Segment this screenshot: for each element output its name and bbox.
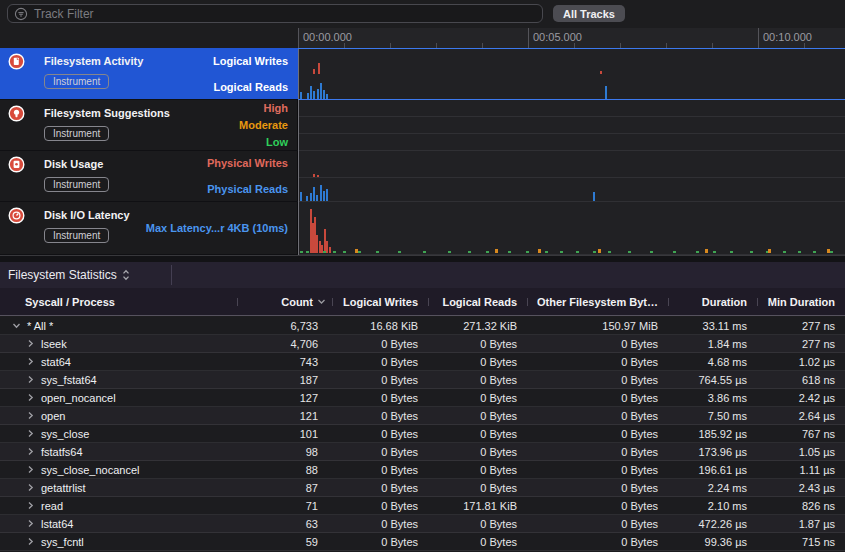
column-header-2[interactable]: Logical Writes <box>332 296 428 308</box>
table-row[interactable]: sys_fcntl590 Bytes0 Bytes0 Bytes99.36 µs… <box>0 533 845 551</box>
syscall-cell: lseek <box>0 338 237 350</box>
timeline-origin-line <box>298 48 299 255</box>
detail-toolbar: Filesystem Statistics <box>0 262 845 288</box>
logical-writes-cell: 0 Bytes <box>332 536 428 548</box>
track-filter-input[interactable]: Track Filter <box>7 4 543 23</box>
table-row[interactable]: stat647430 Bytes0 Bytes0 Bytes4.68 ms1.0… <box>0 353 845 371</box>
disclosure-right-icon[interactable] <box>26 339 35 348</box>
duration-cell: 173.96 µs <box>668 446 757 458</box>
disclosure-right-icon[interactable] <box>26 429 35 438</box>
disclosure-right-icon[interactable] <box>26 375 35 384</box>
chart-gridline <box>298 116 845 117</box>
disclosure-right-icon[interactable] <box>26 519 35 528</box>
column-header-label: Logical Reads <box>442 296 517 308</box>
all-tracks-button[interactable]: All Tracks <box>553 5 625 22</box>
min-duration-cell: 1.87 µs <box>757 518 845 530</box>
track-stat-label: Logical Writes <box>213 55 288 68</box>
track-row-2[interactable]: Disk UsageInstrumentPhysical WritesPhysi… <box>0 151 298 202</box>
track-stat-labels: HighModerateLow <box>239 100 288 151</box>
table-row[interactable]: sys_fstat641870 Bytes0 Bytes0 Bytes764.5… <box>0 371 845 389</box>
pane-divider[interactable] <box>0 255 845 262</box>
other-cell: 0 Bytes <box>527 338 668 350</box>
other-cell: 0 Bytes <box>527 500 668 512</box>
syscall-name: * All * <box>27 320 53 332</box>
chart-spike <box>323 191 325 201</box>
track-filter-placeholder: Track Filter <box>34 7 94 21</box>
table-row[interactable]: sys_close_nocancel880 Bytes0 Bytes0 Byte… <box>0 461 845 479</box>
table-row[interactable]: lseek4,7060 Bytes0 Bytes0 Bytes1.84 ms27… <box>0 335 845 353</box>
track-row-1[interactable]: Filesystem SuggestionsInstrumentHighMode… <box>0 100 298 151</box>
syscall-cell: open_nocancel <box>0 392 237 404</box>
count-cell: 71 <box>237 500 332 512</box>
chart-spike <box>783 251 786 253</box>
table-row[interactable]: getattrlist870 Bytes0 Bytes0 Bytes2.24 m… <box>0 479 845 497</box>
column-header-label: Syscall / Process <box>25 296 115 308</box>
column-header-label: Logical Writes <box>343 296 418 308</box>
table-row[interactable]: fstatfs64980 Bytes0 Bytes0 Bytes173.96 µ… <box>0 443 845 461</box>
syscall-cell: sys_fstat64 <box>0 374 237 386</box>
chart-spike <box>323 251 326 253</box>
column-header-4[interactable]: Other Filesystem Byt… <box>527 296 668 308</box>
duration-cell: 196.61 µs <box>668 464 757 476</box>
syscall-name: open_nocancel <box>41 392 116 404</box>
table-row[interactable]: read710 Bytes171.81 KiB0 Bytes2.10 ms826… <box>0 497 845 515</box>
disclosure-down-icon[interactable] <box>12 321 21 330</box>
min-duration-cell: 826 ns <box>757 500 845 512</box>
disclosure-right-icon[interactable] <box>26 501 35 510</box>
disclosure-right-icon[interactable] <box>26 411 35 420</box>
syscall-name: getattrlist <box>41 482 86 494</box>
disclosure-right-icon[interactable] <box>26 447 35 456</box>
table-row[interactable]: lstat64630 Bytes0 Bytes0 Bytes472.26 µs1… <box>0 515 845 533</box>
table-row[interactable]: sys_close1010 Bytes0 Bytes0 Bytes185.92 … <box>0 425 845 443</box>
chart-spike <box>316 195 318 201</box>
syscall-name: sys_close_nocancel <box>41 464 139 476</box>
duration-cell: 33.11 ms <box>668 320 757 332</box>
timeline-ruler[interactable]: 00:00.00000:05.00000:10.000 <box>298 28 845 48</box>
disclosure-right-icon[interactable] <box>26 537 35 546</box>
chart-spike <box>448 251 451 253</box>
column-header-0[interactable]: Syscall / Process <box>0 296 237 308</box>
chart-spike <box>310 193 312 201</box>
logical-reads-cell: 0 Bytes <box>428 464 527 476</box>
disclosure-right-icon[interactable] <box>26 357 35 366</box>
ruler-time-label: 00:10.000 <box>763 31 812 43</box>
count-cell: 98 <box>237 446 332 458</box>
chart-spike <box>628 251 631 253</box>
table-row[interactable]: open_nocancel1270 Bytes0 Bytes0 Bytes3.8… <box>0 389 845 407</box>
chart-row-2[interactable] <box>298 151 845 202</box>
track-stat-label: High <box>264 102 288 115</box>
chart-row-1[interactable] <box>298 100 845 151</box>
column-header-6[interactable]: Min Duration <box>757 296 845 308</box>
chart-spike <box>598 249 601 253</box>
column-header-label: Count <box>281 296 313 308</box>
disclosure-right-icon[interactable] <box>26 483 35 492</box>
min-duration-cell: 277 ns <box>757 320 845 332</box>
chart-row-3[interactable] <box>298 202 845 255</box>
table-row[interactable]: * All *6,73316.68 KiB271.32 KiB150.97 Mi… <box>0 317 845 335</box>
logical-writes-cell: 0 Bytes <box>332 356 428 368</box>
column-header-1[interactable]: Count <box>237 296 332 308</box>
chart-row-0[interactable] <box>298 48 845 100</box>
table-row[interactable]: open1210 Bytes0 Bytes0 Bytes7.50 ms2.64 … <box>0 407 845 425</box>
disclosure-right-icon[interactable] <box>26 465 35 474</box>
detail-view-selector[interactable]: Filesystem Statistics <box>0 262 172 288</box>
chart-spike <box>593 192 595 201</box>
instrument-badge: Instrument <box>44 74 109 89</box>
logical-writes-cell: 0 Bytes <box>332 518 428 530</box>
min-duration-cell: 715 ns <box>757 536 845 548</box>
min-duration-cell: 2.64 µs <box>757 410 845 422</box>
track-row-3[interactable]: Disk I/O LatencyInstrumentMax Latency...… <box>0 202 298 255</box>
chart-spike <box>486 251 489 253</box>
logical-reads-cell: 0 Bytes <box>428 356 527 368</box>
chart-spike <box>798 251 801 253</box>
column-header-5[interactable]: Duration <box>668 296 757 308</box>
chart-spike <box>650 251 653 253</box>
chart-spike <box>300 192 302 201</box>
ruler-major-tick <box>758 28 759 48</box>
disclosure-right-icon[interactable] <box>26 393 35 402</box>
column-header-3[interactable]: Logical Reads <box>428 296 527 308</box>
chart-spike <box>333 251 336 253</box>
chart-spike <box>326 241 328 253</box>
chart-spike <box>750 251 753 253</box>
track-row-0[interactable]: Filesystem ActivityInstrumentLogical Wri… <box>0 48 298 100</box>
